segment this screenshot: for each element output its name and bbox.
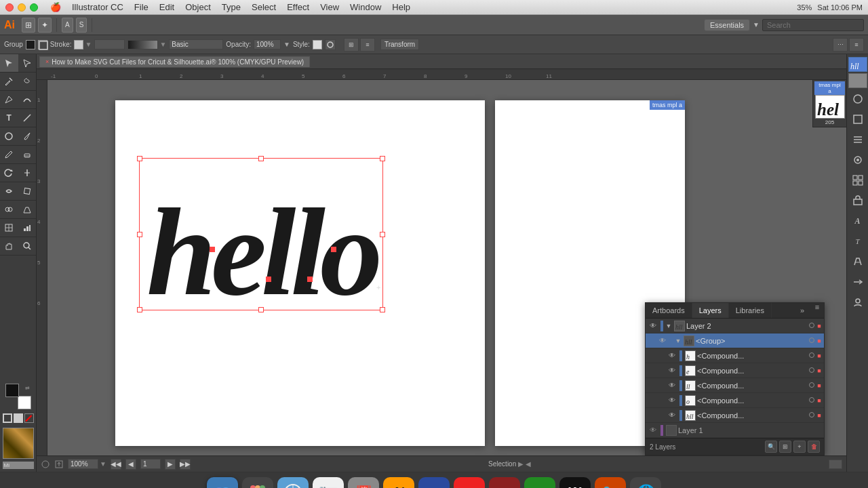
handle-bottom-right[interactable] [380,307,385,312]
panel-btn-1[interactable] [848,89,867,108]
panel-btn-8[interactable]: T [848,232,867,251]
dock-dreamweaver[interactable]: Dw [524,477,555,489]
menu-file[interactable]: File [129,2,154,12]
new-layer-btn[interactable]: + [793,441,806,453]
status-export-btn[interactable] [54,460,64,469]
fill-icon-small[interactable] [14,413,23,423]
inner-handle-2[interactable] [331,247,336,252]
transform-button[interactable]: Transform [380,39,419,50]
dock-word[interactable]: W [559,477,591,489]
status-icon[interactable] [41,460,50,469]
panel-btn-9[interactable] [848,252,867,271]
handle-top-center[interactable] [258,156,264,161]
compound1-target[interactable]: ■ [816,352,823,359]
hand-tool[interactable] [0,237,18,255]
layer-item-layer1[interactable]: 👁 Layer 1 [646,423,824,438]
menu-type[interactable]: Type [216,2,246,12]
style-swatch[interactable] [313,40,322,49]
stroke-weight-input[interactable] [94,39,125,49]
rotate-tool[interactable] [0,164,18,182]
zoom-tool[interactable] [18,237,37,255]
menu-effect[interactable]: Effect [281,2,315,12]
compound1-visibility[interactable]: 👁 [666,350,678,362]
layer-item-compound4[interactable]: 👁 o <Compound... ■ [646,393,824,408]
menu-select[interactable]: Select [246,2,281,12]
essentials-button[interactable]: Essentials [704,19,750,31]
compound2-visibility[interactable]: 👁 [666,365,678,377]
stroke-swatch[interactable] [38,40,47,49]
handle-top-right[interactable] [380,156,385,161]
minimize-button[interactable] [18,3,26,12]
selection-box[interactable]: hello [139,158,383,310]
panel-btn-2[interactable] [848,110,867,129]
compound5-dot[interactable] [809,412,814,418]
libraries-tab[interactable]: Libraries [729,303,772,318]
warp-tool[interactable] [0,182,18,200]
handle-mid-left[interactable] [137,232,142,237]
mesh-tool[interactable] [0,219,18,237]
layer2-dot[interactable] [809,323,814,328]
menu-illustrator[interactable]: Illustrator CC [66,2,129,12]
opacity-input[interactable] [254,39,281,49]
scroll-thumb[interactable] [829,460,842,469]
layer-item-compound2[interactable]: 👁 e <Compound... ■ [646,363,824,378]
direct-selection-tool[interactable] [18,54,37,72]
compound3-target[interactable]: ■ [816,382,823,389]
compound3-dot[interactable] [809,382,814,388]
layer-item-compound1[interactable]: 👁 h <Compound... ■ [646,348,824,363]
dock-safari[interactable] [277,477,309,489]
magic-wand-tool[interactable] [0,73,18,90]
search-layers-btn[interactable]: 🔍 [765,441,777,453]
group-expand-arrow[interactable]: ▼ [674,337,682,345]
zoom-arrow[interactable]: ▼ [100,460,106,468]
compound2-dot[interactable] [809,367,814,373]
nav-prev-btn[interactable]: ◀ [125,459,136,470]
nav-last-btn[interactable]: ▶▶ [180,459,191,470]
compound2-target[interactable]: ■ [816,367,823,374]
panel-options-btn[interactable]: ≡ [849,38,864,52]
swap-colors[interactable]: ⇄ [25,385,30,391]
delete-layer-btn[interactable]: 🗑 [808,441,820,453]
paintbrush-tool[interactable] [18,127,37,145]
panel-btn-5[interactable] [848,171,867,190]
panel-thumb-2[interactable] [848,73,867,88]
pencil-tool[interactable] [0,146,18,163]
layer2-visibility[interactable]: 👁 [647,320,659,332]
stroke-icon-small[interactable] [3,413,12,423]
menu-object[interactable]: Object [180,2,216,12]
arrange-btn[interactable]: ⊞ [344,38,359,52]
search-input[interactable] [762,19,864,31]
panel-thumb-1[interactable]: hll [848,57,867,72]
panel-btn-6[interactable] [848,191,867,210]
zoom-input[interactable] [68,459,98,469]
compound4-visibility[interactable]: 👁 [666,394,678,407]
layer2-expand-arrow[interactable]: ▼ [665,322,673,330]
inner-handle-4[interactable] [307,277,313,282]
compound5-visibility[interactable]: 👁 [666,409,678,422]
color-swatches[interactable]: ⇄ [5,384,31,409]
dock-launchpad[interactable] [242,477,273,489]
none-icon[interactable] [24,413,34,423]
menu-help[interactable]: Help [387,2,416,12]
close-tab-btn[interactable]: × [45,58,49,65]
dock-indesign[interactable]: Id [489,477,520,489]
toolbar-symbol[interactable]: S [76,18,87,33]
menu-view[interactable]: View [315,2,344,12]
menu-apple[interactable]: 🍎 [45,2,66,12]
toolbar-screen-mode[interactable]: ⊞ [22,18,35,33]
panel-btn-10[interactable] [848,272,867,291]
dock-finder[interactable] [207,477,238,489]
lasso-tool[interactable] [18,73,37,90]
dock-photos[interactable]: 📷 [313,477,344,489]
inner-handle-3[interactable] [266,277,271,282]
compound4-target[interactable]: ■ [816,397,823,404]
perspective-tool[interactable] [18,201,37,218]
more-options-btn[interactable]: ⋯ [833,38,848,52]
document-tab[interactable]: × How to Make SVG Cut Files for Cricut &… [39,56,310,67]
layer-item-compound3[interactable]: 👁 ll <Compound... ■ [646,378,824,393]
handle-bottom-left[interactable] [137,307,142,312]
toolbar-brush-tool[interactable]: ✦ [38,18,52,33]
compound4-dot[interactable] [809,397,814,403]
compound5-target[interactable]: ■ [816,412,823,419]
dock-acrobat[interactable]: Ac [454,477,485,489]
